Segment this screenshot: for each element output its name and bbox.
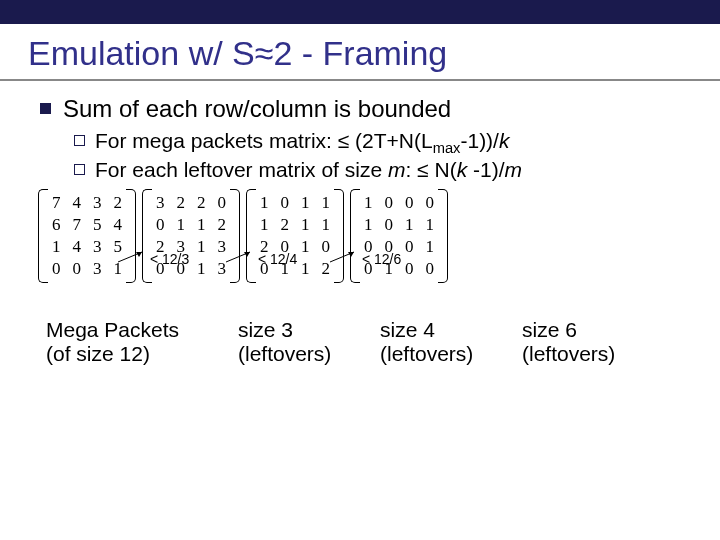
matrix-cell: 3 bbox=[87, 236, 108, 258]
matrix-cell: 1 bbox=[295, 214, 316, 236]
matrix-cell: 2 bbox=[171, 192, 192, 214]
hollow-square-icon bbox=[74, 164, 85, 175]
matrix-cell: 6 bbox=[46, 214, 67, 236]
caption-size3: size 3 (leftovers) bbox=[238, 318, 358, 366]
matrix-cell: 0 bbox=[67, 258, 88, 280]
matrix-cell: 0 bbox=[379, 214, 400, 236]
matrix-cell: 0 bbox=[379, 192, 400, 214]
matrix-cell: 1 bbox=[295, 258, 316, 280]
matrix-cell: 1 bbox=[254, 214, 275, 236]
matrix-size6: 1000101100010100 < 12/6 bbox=[358, 192, 440, 280]
matrix-size4: 1011121120100112 < 12/4 bbox=[254, 192, 336, 280]
title-underline bbox=[0, 79, 720, 81]
matrices-row: 7432675414350031 3220011223130013 < 12/3… bbox=[46, 192, 686, 280]
matrix-cell: 1 bbox=[295, 192, 316, 214]
matrix-cell: 0 bbox=[399, 258, 420, 280]
bullet-level2-b: For each leftover matrix of size m: ≤ N(… bbox=[74, 158, 686, 182]
caption-mega: Mega Packets (of size 12) bbox=[46, 318, 216, 366]
matrix-cell: 1 bbox=[316, 192, 337, 214]
matrix-cell: 7 bbox=[67, 214, 88, 236]
matrix-cell: 4 bbox=[67, 192, 88, 214]
bullet-text: Sum of each row/column is bounded bbox=[63, 95, 451, 123]
matrix-cell: 2 bbox=[275, 214, 296, 236]
matrix-cell: 1 bbox=[420, 236, 441, 258]
sub-bullet-b-text: For each leftover matrix of size m: ≤ N(… bbox=[95, 158, 522, 182]
arrow-label-3: < 12/6 bbox=[328, 250, 401, 267]
bullet-level2-a: For mega packets matrix: ≤ (2T+N(Lmax-1)… bbox=[74, 129, 686, 156]
matrix-cell: 1 bbox=[191, 258, 212, 280]
matrix-cell: 3 bbox=[87, 192, 108, 214]
matrix-cell: 1 bbox=[316, 214, 337, 236]
matrix-cell: 0 bbox=[420, 192, 441, 214]
matrix-cell: 1 bbox=[358, 192, 379, 214]
matrix-cell: 3 bbox=[150, 192, 171, 214]
matrix-cell: 1 bbox=[399, 214, 420, 236]
matrix-cell: 1 bbox=[46, 236, 67, 258]
matrix-cell: 1 bbox=[191, 236, 212, 258]
slide-title: Emulation w/ S≈2 - Framing bbox=[0, 24, 720, 79]
matrix-size3: 3220011223130013 < 12/3 bbox=[150, 192, 232, 280]
matrix-cell: 0 bbox=[399, 192, 420, 214]
matrix-cell: 1 bbox=[171, 214, 192, 236]
matrix-cell: 0 bbox=[399, 236, 420, 258]
matrix-cell: 1 bbox=[254, 192, 275, 214]
bullet-level1: Sum of each row/column is bounded bbox=[40, 95, 686, 123]
matrix-cell: 0 bbox=[46, 258, 67, 280]
matrix-cell: 1 bbox=[295, 236, 316, 258]
matrix-cell: 3 bbox=[87, 258, 108, 280]
matrix-cell: 2 bbox=[108, 192, 129, 214]
matrix-cell: 5 bbox=[87, 214, 108, 236]
sub-bullet-a-text: For mega packets matrix: ≤ (2T+N(Lmax-1)… bbox=[95, 129, 509, 156]
matrix-cell: 2 bbox=[212, 214, 233, 236]
matrix-cell: 0 bbox=[150, 214, 171, 236]
caption-size4: size 4 (leftovers) bbox=[380, 318, 500, 366]
matrix-cell: 1 bbox=[358, 214, 379, 236]
matrix-cell: 4 bbox=[108, 214, 129, 236]
matrix-cell: 4 bbox=[67, 236, 88, 258]
slide-top-bar bbox=[0, 0, 720, 24]
matrix-cell: 7 bbox=[46, 192, 67, 214]
captions-row: Mega Packets (of size 12) size 3 (leftov… bbox=[46, 318, 686, 366]
hollow-square-icon bbox=[74, 135, 85, 146]
arrow-label-2: < 12/4 bbox=[224, 250, 297, 267]
matrix-cell: 1 bbox=[420, 214, 441, 236]
matrix-cell: 0 bbox=[212, 192, 233, 214]
matrix-cell: 0 bbox=[275, 192, 296, 214]
arrow-label-1: < 12/3 bbox=[116, 250, 189, 267]
matrix-cell: 1 bbox=[191, 214, 212, 236]
square-bullet-icon bbox=[40, 103, 51, 114]
matrix-cell: 2 bbox=[191, 192, 212, 214]
caption-size6: size 6 (leftovers) bbox=[522, 318, 642, 366]
matrix-cell: 0 bbox=[420, 258, 441, 280]
